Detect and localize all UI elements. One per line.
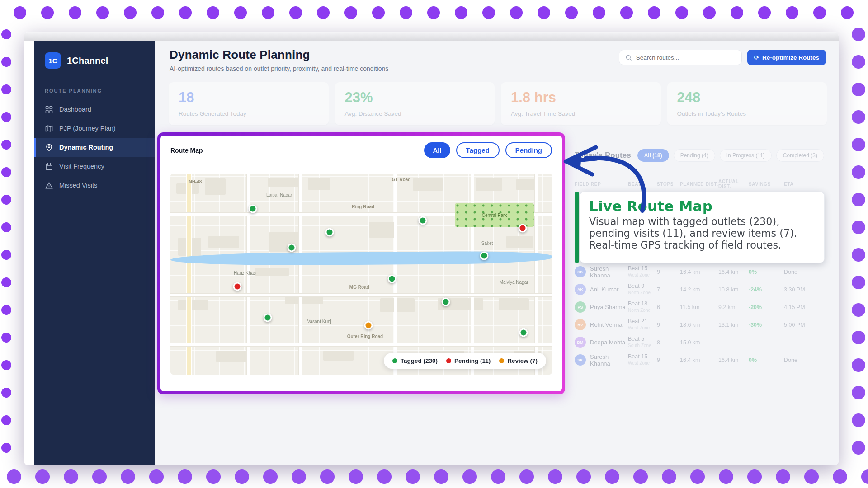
stat-value: 23% <box>345 89 485 106</box>
actual-dist-cell: 13.1 km <box>718 322 749 328</box>
map-outlet-marker[interactable] <box>364 321 373 329</box>
map-outlet-marker[interactable] <box>264 313 272 322</box>
field-rep-name: Rohit Verma <box>590 321 623 328</box>
stat-label: Outlets in Today's Routes <box>677 110 817 117</box>
app-window: 1C 1Channel ROUTE PLANNING Dashboard PJP… <box>24 32 839 465</box>
table-row[interactable]: DM Deepa Mehta Beat 5 South Zone 8 15.0 … <box>575 333 831 351</box>
map-outlet-marker[interactable] <box>249 205 257 213</box>
stops-cell: 9 <box>657 322 680 328</box>
search-box[interactable] <box>619 50 742 65</box>
sidebar-item-label: Missed Visits <box>59 182 97 189</box>
map-place-label: Lajpat Nagar <box>266 192 292 197</box>
savings-cell: 0% <box>749 269 784 275</box>
table-row[interactable]: AK Anil Kumar Beat 9 North Zone 7 14.2 k… <box>575 281 831 298</box>
pending-legend-dot <box>446 358 451 363</box>
map-road <box>170 343 552 346</box>
table-row[interactable]: SK Suresh Khanna Beat 15 West Zone 9 16.… <box>575 351 831 369</box>
sidebar-item-missed-visits[interactable]: Missed Visits <box>34 176 155 195</box>
map-filter-tagged[interactable]: Tagged <box>456 142 500 158</box>
table-row[interactable]: RV Rohit Verma Beat 21 West Zone 9 18.6 … <box>575 316 831 333</box>
sidebar-section-label: ROUTE PLANNING <box>34 88 155 94</box>
eta-cell: 3:30 PM <box>784 286 831 293</box>
sidebar-item-label: Dashboard <box>59 106 91 113</box>
map-outlet-marker[interactable] <box>480 251 488 260</box>
map-building <box>308 178 331 190</box>
map-road <box>170 294 552 296</box>
map-building <box>269 232 300 252</box>
avatar: SK <box>575 266 586 277</box>
sidebar-item-dashboard[interactable]: Dashboard <box>34 100 155 119</box>
route-map-panel: Route Map All Tagged Pending <box>160 136 562 391</box>
map-park-label: Central Park <box>481 213 508 218</box>
map-outlet-marker[interactable] <box>325 228 334 236</box>
sidebar: 1C 1Channel ROUTE PLANNING Dashboard PJP… <box>34 41 155 465</box>
filter-pill-pending[interactable]: Pending (4) <box>674 149 715 162</box>
reoptimize-routes-button[interactable]: ⟳ Re-optimize Routes <box>747 50 826 65</box>
map-outlet-marker[interactable] <box>233 282 241 291</box>
eta-cell: Done <box>784 269 831 275</box>
actual-dist-cell: 16.4 km <box>718 269 749 275</box>
main-content: Dynamic Route Planning AI-optimized rout… <box>155 41 839 465</box>
savings-cell: -24% <box>749 286 784 293</box>
search-input[interactable] <box>636 54 736 61</box>
table-row[interactable]: SK Suresh Khanna Beat 15 West Zone 9 16.… <box>575 263 831 281</box>
stat-value: 248 <box>677 89 817 106</box>
routes-panel-title: Today's Routes <box>575 151 631 160</box>
stat-card-travel-time-saved: 1.8 hrs Avg. Travel Time Saved <box>501 82 661 125</box>
map-place-label: Vasant Kunj <box>307 319 331 324</box>
map-filter-all[interactable]: All <box>424 142 450 158</box>
frame-dots-right <box>848 21 868 465</box>
stat-label: Avg. Distance Saved <box>345 110 485 117</box>
map-building <box>205 178 226 195</box>
map-outlet-marker[interactable] <box>418 216 427 225</box>
planned-dist-cell: 16.4 km <box>680 269 718 275</box>
map-outlet-marker[interactable] <box>387 274 396 283</box>
map-outlet-marker[interactable] <box>519 224 527 233</box>
map-outlet-marker[interactable] <box>442 298 450 306</box>
filter-pill-in-progress[interactable]: In Progress (11) <box>720 149 772 162</box>
stops-cell: 9 <box>657 269 680 275</box>
stops-cell: 7 <box>657 286 680 293</box>
sidebar-item-pjp-journey-plan[interactable]: PJP (Journey Plan) <box>34 119 155 138</box>
field-rep-name: Anil Kumar <box>590 286 619 293</box>
map-place-label: GT Road <box>392 177 411 182</box>
route-map[interactable]: Central Park NH-48Lajpat NagarRing RoadG… <box>170 174 552 375</box>
map-building <box>255 268 289 276</box>
sidebar-item-visit-frequency[interactable]: Visit Frequency <box>34 157 155 176</box>
location-pin-icon <box>45 143 53 152</box>
page-subtitle: AI-optimized routes based on outlet prio… <box>170 65 388 72</box>
filter-pill-completed[interactable]: Completed (3) <box>776 149 824 162</box>
sidebar-item-dynamic-routing[interactable]: Dynamic Routing <box>34 138 155 157</box>
avatar: RV <box>575 319 586 330</box>
live-route-map-callout: Live Route Map Visual map with tagged ou… <box>575 192 825 263</box>
stops-cell: 8 <box>657 339 680 346</box>
avatar: DM <box>575 337 586 348</box>
beat-zone: West Zone <box>628 325 657 331</box>
filter-pill-all[interactable]: All (18) <box>637 149 669 162</box>
map-place-label: Hauz Khas <box>234 271 256 276</box>
field-rep-name: Suresh Khanna <box>590 353 628 367</box>
planned-dist-cell: 16.4 km <box>680 357 718 363</box>
calendar-icon <box>45 162 53 171</box>
sidebar-divider <box>34 78 155 78</box>
map-building <box>268 178 302 187</box>
stops-cell: 9 <box>657 357 680 363</box>
brand-logo: 1C <box>45 52 61 69</box>
savings-cell: -20% <box>749 304 784 310</box>
map-building <box>369 222 396 238</box>
frame-dots-left <box>0 21 15 465</box>
table-rows: SK Suresh Khanna Beat 15 West Zone 9 16.… <box>575 263 831 369</box>
map-outlet-marker[interactable] <box>287 244 296 252</box>
map-place-label: Ring Road <box>352 204 374 209</box>
map-building <box>216 351 247 363</box>
window-chrome <box>24 32 839 41</box>
planned-dist-cell: 14.2 km <box>680 286 718 293</box>
map-legend: Tagged (230) Pending (11) Review (7) <box>384 353 546 369</box>
map-outlet-marker[interactable] <box>519 328 528 337</box>
route-map-highlight-frame: Route Map All Tagged Pending <box>157 132 565 394</box>
map-filter-pending[interactable]: Pending <box>505 142 552 158</box>
map-place-label: Outer Ring Road <box>347 334 383 339</box>
table-row[interactable]: PS Priya Sharma Beat 18 North Zone 6 11.… <box>575 298 831 316</box>
callout-body: Visual map with tagged outlets (230), pe… <box>589 216 815 251</box>
savings-cell: 0% <box>749 357 784 363</box>
